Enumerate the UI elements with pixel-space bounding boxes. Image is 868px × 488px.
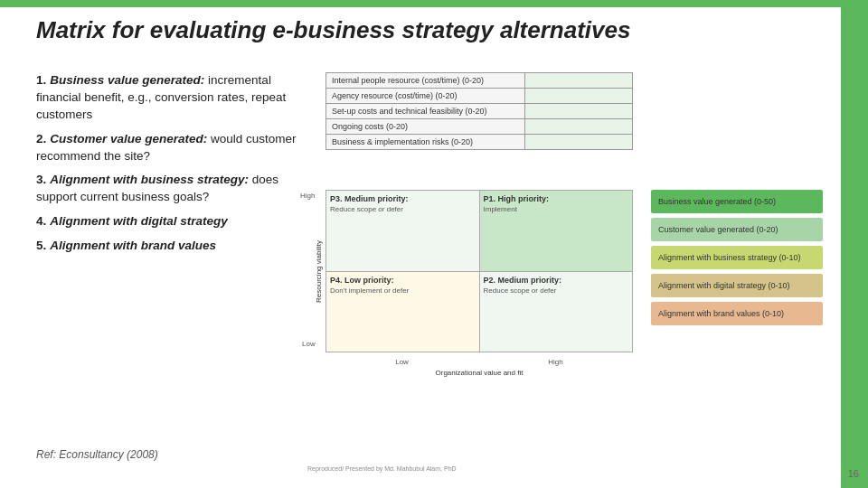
- table-row: Internal people resource (cost/time) (0-…: [326, 73, 633, 89]
- p1-desc: Implement: [484, 205, 629, 213]
- p2-label: P2. Medium priority:: [484, 276, 629, 285]
- score-label: Alignment with business strategy (0-10): [658, 253, 801, 262]
- highlight-cell: [525, 73, 633, 89]
- quadrant-p2: P2. Medium priority: Reduce scope or def…: [479, 271, 633, 352]
- score-box-business-strategy: Alignment with business strategy (0-10): [651, 246, 823, 269]
- table-row: Agency resource (cost/time) (0-20): [326, 89, 633, 104]
- list-item: 3.Alignment with business strategy: does…: [36, 172, 316, 206]
- list-item: 5.Alignment with brand values: [36, 238, 316, 255]
- score-box-customer-value: Customer value generated (0-20): [651, 218, 823, 241]
- page-container: Matrix for evaluating e-business strateg…: [0, 0, 868, 488]
- score-label: Alignment with digital strategy (0-10): [658, 281, 790, 290]
- x-axis-values: Low High: [326, 358, 633, 366]
- p3-desc: Reduce scope or defer: [330, 205, 476, 213]
- list-number: 5.: [36, 239, 46, 252]
- list-bold-label: Business value generated:: [50, 73, 204, 87]
- table-row: Set-up costs and technical feasibility (…: [326, 104, 633, 119]
- list-item: 1.Business value generated: incremental …: [36, 72, 316, 124]
- reproduced-text: Reproduced/ Presented by Md. Mahbubul Al…: [307, 465, 579, 472]
- list-number: 4.: [36, 214, 46, 228]
- table-row: Business & implementation risks (0-20): [326, 135, 633, 150]
- p4-desc: Don't implement or defer: [330, 286, 476, 295]
- criteria-label: Agency resource (cost/time) (0-20): [326, 89, 525, 104]
- page-number: 16: [848, 468, 859, 479]
- criteria-table: Internal people resource (cost/time) (0-…: [326, 72, 633, 150]
- page-title: Matrix for evaluating e-business strateg…: [36, 16, 630, 44]
- x-axis-high: High: [548, 358, 562, 366]
- top-accent-bar: [0, 0, 868, 7]
- score-label: Business value generated (0-50): [658, 197, 776, 206]
- criteria-label: Set-up costs and technical feasibility (…: [326, 104, 525, 119]
- list-number: 3.: [36, 173, 46, 186]
- quadrant-p1: P1. High priority: Implement: [479, 191, 633, 272]
- list-bold-label: Alignment with brand values: [50, 239, 216, 252]
- table-row: Ongoing costs (0-20): [326, 119, 633, 135]
- quadrant-grid-area: P3. Medium priority: Reduce scope or def…: [326, 190, 633, 352]
- list-bold-label: Alignment with digital strategy: [50, 214, 228, 228]
- p4-label: P4. Low priority:: [330, 276, 476, 285]
- quadrant-table: P3. Medium priority: Reduce scope or def…: [326, 190, 633, 352]
- p2-desc: Reduce scope or defer: [484, 286, 629, 295]
- p3-label: P3. Medium priority:: [330, 194, 476, 203]
- quadrant-p3: P3. Medium priority: Reduce scope or def…: [326, 191, 480, 272]
- list-item: 2.Customer value generated: would custom…: [36, 131, 316, 165]
- score-label: Alignment with brand values (0-10): [658, 309, 784, 318]
- criteria-label: Ongoing costs (0-20): [326, 119, 525, 135]
- score-box-business-value: Business value generated (0-50): [651, 190, 823, 213]
- score-box-brand-values: Alignment with brand values (0-10): [651, 302, 823, 325]
- list-number: 2.: [36, 132, 46, 145]
- x-axis-title: Organizational value and fit: [326, 369, 633, 377]
- criteria-label: Internal people resource (cost/time) (0-…: [326, 73, 525, 89]
- y-axis-label: Resourcing viability: [312, 190, 325, 352]
- list-number: 1.: [36, 73, 46, 87]
- x-axis-low: Low: [395, 358, 409, 366]
- score-boxes-area: Business value generated (0-50) Customer…: [651, 190, 823, 330]
- quadrant-p4: P4. Low priority: Don't implement or def…: [326, 271, 480, 352]
- list-bold-label: Alignment with business strategy:: [50, 173, 249, 186]
- score-label: Customer value generated (0-20): [658, 225, 778, 234]
- list-item: 4.Alignment with digital strategy: [36, 213, 316, 230]
- list-bold-label: Customer value generated:: [50, 132, 207, 145]
- quadrant-row-top: P3. Medium priority: Reduce scope or def…: [326, 191, 633, 272]
- reference-line: Ref: Econsultancy (2008): [36, 448, 158, 461]
- highlight-cell: [525, 104, 633, 119]
- quadrant-row-bottom: P4. Low priority: Don't implement or def…: [326, 271, 633, 352]
- criteria-table-wrapper: Internal people resource (cost/time) (0-…: [326, 72, 633, 150]
- highlight-cell: [525, 89, 633, 104]
- right-matrix-area: Internal people resource (cost/time) (0-…: [298, 72, 850, 461]
- highlight-cell: [525, 135, 633, 150]
- criteria-label: Business & implementation risks (0-20): [326, 135, 525, 150]
- criteria-list: 1.Business value generated: incremental …: [36, 72, 316, 255]
- p1-label: P1. High priority:: [484, 194, 629, 203]
- score-box-digital-strategy: Alignment with digital strategy (0-10): [651, 274, 823, 297]
- highlight-cell: [525, 119, 633, 135]
- left-content-area: 1.Business value generated: incremental …: [36, 72, 316, 262]
